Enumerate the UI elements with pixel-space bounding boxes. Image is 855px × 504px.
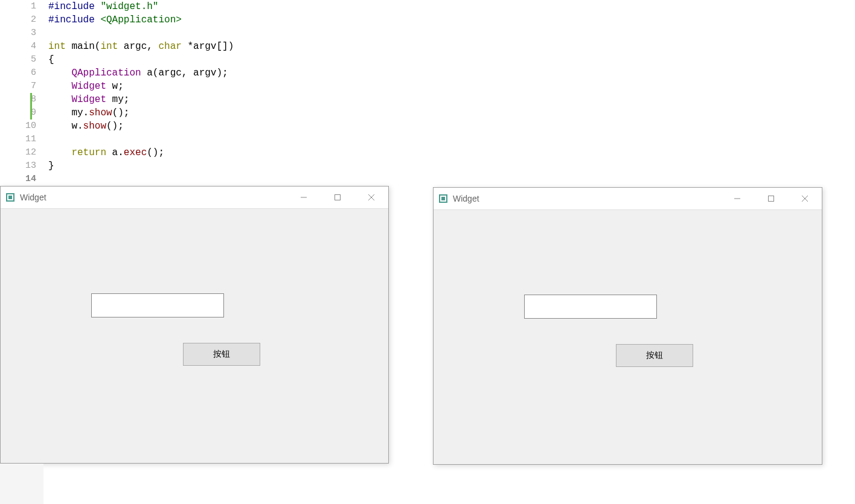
line-edit[interactable] — [91, 293, 224, 317]
line-number: 12 — [0, 146, 36, 159]
widget-client-area: 按钮 — [1, 209, 388, 463]
widget-client-area: 按钮 — [434, 210, 822, 464]
gutter-continuation — [0, 464, 43, 504]
line-number: 7 — [0, 80, 36, 93]
app-icon — [438, 194, 448, 203]
line-number-gutter: 1 2 3 4 5 6 7 8 9 10 11 12 13 14 — [0, 0, 43, 187]
line-number: 13 — [0, 159, 36, 173]
window-title: Widget — [20, 193, 46, 202]
widget-window-2[interactable]: Widget 按钮 — [433, 187, 822, 465]
svg-rect-3 — [335, 195, 341, 200]
line-number: 5 — [0, 53, 36, 66]
line-number-current: 14 — [0, 173, 36, 186]
code-line: Widget w; — [48, 80, 855, 93]
window-title: Widget — [453, 194, 479, 203]
code-line: QApplication a(argc, argv); — [48, 66, 855, 80]
line-number: 1 — [0, 0, 36, 13]
code-line: } — [48, 159, 855, 173]
svg-rect-1 — [8, 196, 12, 199]
line-number: 2 — [0, 13, 36, 27]
code-line: my.show(); — [48, 106, 855, 120]
line-number: 11 — [0, 133, 36, 146]
close-button[interactable] — [788, 188, 822, 209]
code-line: w.show(); — [48, 120, 855, 133]
code-editor[interactable]: 1 2 3 4 5 6 7 8 9 10 11 12 13 14 #includ… — [0, 0, 855, 187]
titlebar[interactable]: Widget — [434, 188, 822, 210]
code-line: int main(int argc, char *argv[]) — [48, 40, 855, 53]
close-button[interactable] — [354, 187, 388, 208]
change-indicator — [30, 93, 32, 120]
line-number: 4 — [0, 40, 36, 53]
code-line: #include <QApplication> — [48, 13, 855, 27]
maximize-button[interactable] — [754, 188, 788, 209]
svg-rect-9 — [769, 196, 774, 202]
minimize-button[interactable] — [720, 188, 754, 209]
code-content[interactable]: #include "widget.h" #include <QApplicati… — [43, 0, 855, 187]
maximize-button[interactable] — [321, 187, 354, 208]
code-line — [48, 173, 855, 186]
line-number: 10 — [0, 120, 36, 133]
code-line — [48, 27, 855, 40]
line-number: 3 — [0, 27, 36, 40]
push-button[interactable]: 按钮 — [616, 344, 693, 367]
push-button[interactable]: 按钮 — [183, 343, 260, 366]
svg-rect-7 — [441, 197, 445, 200]
app-icon — [5, 193, 15, 202]
code-line: Widget my; — [48, 93, 855, 106]
widget-window-1[interactable]: Widget 按钮 — [0, 186, 389, 464]
code-line: return a.exec(); — [48, 146, 855, 159]
code-line: #include "widget.h" — [48, 0, 855, 13]
minimize-button[interactable] — [287, 187, 321, 208]
line-edit[interactable] — [524, 295, 657, 319]
code-line — [48, 133, 855, 146]
titlebar[interactable]: Widget — [1, 187, 388, 209]
line-number: 6 — [0, 66, 36, 80]
code-line: { — [48, 53, 855, 66]
